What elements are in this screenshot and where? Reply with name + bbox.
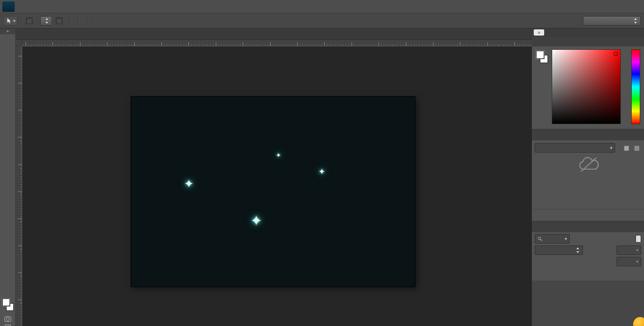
title-bar [0, 0, 644, 13]
options-bar: ▾ [0, 13, 644, 28]
library-panel-tabs [532, 131, 644, 140]
tool-preset-picker[interactable]: ▾ [3, 16, 18, 26]
saturation-brightness-field[interactable] [552, 49, 621, 124]
opacity-input[interactable]: ▾ [617, 245, 641, 255]
hue-slider[interactable] [631, 49, 640, 124]
collapse-dock-icon[interactable]: » [534, 29, 544, 36]
vertical-ruler[interactable] [16, 46, 22, 326]
horizontal-ruler[interactable] [22, 40, 532, 46]
collapse-toolbar-icon[interactable]: » [0, 28, 15, 34]
tool-bar: » [0, 28, 16, 326]
layers-panel: ▾ ▾ [532, 223, 644, 326]
auto-select-checkbox[interactable] [26, 18, 33, 24]
list-view-icon[interactable]: ▤ [633, 144, 641, 152]
library-footer-icons [532, 209, 644, 221]
sparkle-icon: ✦ [276, 152, 281, 159]
color-panel [532, 37, 644, 129]
layers-panel-tabs [532, 223, 644, 232]
layer-filter-toggle[interactable] [635, 235, 641, 243]
separator [21, 16, 22, 26]
ruler-origin[interactable] [16, 40, 22, 46]
fill-input[interactable]: ▾ [617, 257, 641, 266]
screen-mode-icon[interactable] [0, 324, 16, 326]
photoshop-logo-icon [2, 1, 15, 12]
separator [79, 16, 79, 26]
dock-header: » [532, 28, 644, 37]
creative-cloud-disconnected-icon [577, 156, 600, 173]
chevron-down-icon: ▾ [13, 18, 16, 23]
canvas-viewport[interactable]: ✦ ✦ ✦ ✦ [22, 46, 532, 326]
library-type-dropdown[interactable]: ▾ [535, 143, 615, 153]
spinner-arrows-icon [634, 18, 638, 24]
spinner-arrows-icon [45, 18, 49, 24]
separator [70, 16, 71, 26]
chevron-down-icon: ▾ [636, 248, 638, 253]
foreground-background-swatches[interactable] [536, 50, 549, 63]
sparkle-icon: ✦ [318, 167, 325, 177]
spinner-arrows-icon [576, 247, 580, 254]
layer-filter-dropdown[interactable]: ▾ [535, 234, 570, 244]
photoshop-window: ▾ » [0, 0, 644, 326]
document-tabbar [16, 28, 532, 40]
foreground-color-swatch[interactable] [2, 299, 10, 306]
layers-list [532, 281, 644, 326]
libraries-panel: ▾ ▦ ▤ [532, 131, 644, 221]
show-transform-checkbox[interactable] [56, 18, 62, 24]
quick-mask-icon[interactable] [0, 316, 16, 323]
foreground-background-swatches[interactable] [0, 298, 16, 314]
auto-select-target-dropdown[interactable] [40, 16, 52, 26]
blend-mode-dropdown[interactable] [535, 245, 583, 255]
grid-view-icon[interactable]: ▦ [622, 144, 631, 152]
chevron-down-icon: ▾ [565, 236, 567, 241]
chevron-down-icon: ▾ [636, 259, 638, 264]
separator [87, 16, 88, 26]
sparkle-icon: ✦ [184, 177, 194, 190]
foreground-color-swatch[interactable] [536, 51, 544, 59]
color-panel-tabs [532, 37, 644, 46]
search-icon [538, 236, 542, 241]
panel-dock: » ▾ ▦ ▤ [532, 28, 644, 326]
document-canvas[interactable]: ✦ ✦ ✦ ✦ [131, 97, 415, 287]
workspace-switcher[interactable] [583, 16, 641, 26]
color-picker-dot[interactable] [614, 52, 618, 56]
move-tool-icon [5, 18, 12, 24]
chevron-down-icon: ▾ [610, 145, 612, 150]
sparkle-icon: ✦ [250, 212, 262, 229]
